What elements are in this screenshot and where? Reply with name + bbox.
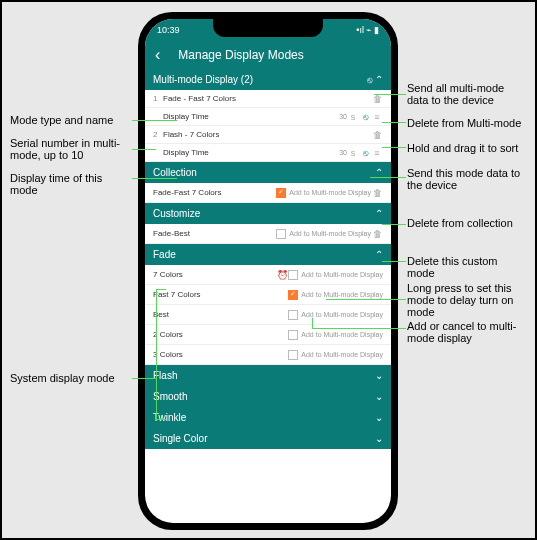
drag-icon[interactable]: ≡ [371,148,383,158]
connector-line [326,299,406,300]
mode-name: 3 Colors [153,350,288,359]
connector-line [382,147,406,148]
mode-name: 2 Colors [153,330,288,339]
checkbox[interactable] [288,270,298,280]
section-fade[interactable]: Fade ⌃ [145,244,391,265]
section-title: Fade [153,249,176,260]
mode-name: Fade-Fast 7 Colors [153,188,276,197]
screen: 10:39 •ıl ⌁ ▮ ‹ Manage Display Modes Mul… [145,19,391,523]
annotation: System display mode [10,372,130,384]
fade-item-1[interactable]: Fast 7 Colors Add to Multi-mode Display [145,285,391,305]
add-label: Add to Multi-mode Display [301,311,383,318]
collection-item[interactable]: Fade-Fast 7 Colors Add to Multi-mode Dis… [145,183,391,203]
chevron-up-icon: ⌃ [375,74,383,85]
mode-name: 7 Colors [153,270,276,279]
section-single-color[interactable]: Single Color ⌄ [145,428,391,449]
display-time-value: 30 [339,149,347,156]
multi-item-1-time[interactable]: Display Time 30 s ⎋ ≡ [145,108,391,126]
section-smooth[interactable]: Smooth ⌄ [145,386,391,407]
alarm-icon[interactable]: ⏰ [276,270,288,280]
mode-name: Best [153,310,288,319]
send-icon[interactable]: ⎋ [359,112,371,122]
annotation: Long press to set this mode to delay tur… [407,282,527,318]
stopwatch-icon: s [347,112,359,122]
annotation: Delete this custom mode [407,255,527,279]
connector-line [370,177,406,178]
add-label: Add to Multi-mode Display [301,351,383,358]
checkbox[interactable] [288,310,298,320]
mode-name: Fade-Best [153,229,276,238]
fade-item-4[interactable]: 3 Colors Add to Multi-mode Display [145,345,391,365]
section-title: Customize [153,208,200,219]
connector-line [374,94,406,95]
section-twinkle[interactable]: Twinkle ⌄ [145,407,391,428]
phone-frame: 10:39 •ıl ⌁ ▮ ‹ Manage Display Modes Mul… [138,12,398,530]
section-customize[interactable]: Customize ⌃ [145,203,391,224]
section-title: Collection [153,167,197,178]
header: ‹ Manage Display Modes [145,41,391,69]
multi-item-2-name: 2 Flash - 7 Colors 🗑 [145,126,391,144]
section-title: Multi-mode Display (2) [153,74,253,85]
chevron-down-icon: ⌄ [375,370,383,381]
section-title: Twinkle [153,412,186,423]
connector-line [382,261,406,262]
status-icons: •ıl ⌁ ▮ [356,25,379,35]
serial-number: 2 [153,130,163,139]
multi-item-1-name: 1 Fade - Fast 7 Colors 🗑 [145,90,391,108]
mode-name: Flash - 7 Colors [163,130,371,139]
mode-name: Fade - Fast 7 Colors [163,94,371,103]
connector-line [132,149,156,150]
checkbox-on[interactable] [288,290,298,300]
add-label: Add to Multi-mode Display [289,189,371,196]
send-icon[interactable]: ⎋ [359,148,371,158]
back-button[interactable]: ‹ [155,46,160,64]
page-title: Manage Display Modes [178,48,303,62]
mode-name: Fast 7 Colors [153,290,288,299]
display-time-value: 30 [339,113,347,120]
display-time-label: Display Time [163,148,339,157]
section-collection[interactable]: Collection ⌃ [145,162,391,183]
delete-icon[interactable]: 🗑 [371,130,383,140]
connector-line [132,378,156,379]
add-label: Add to Multi-mode Display [289,230,371,237]
add-label: Add to Multi-mode Display [301,331,383,338]
bluetooth-icon[interactable]: ⎋ [367,75,372,85]
annotation: Mode type and name [10,114,130,126]
checkbox[interactable] [288,350,298,360]
add-label: Add to Multi-mode Display [301,291,383,298]
display-time-label: Display Time [163,112,339,121]
connector-line [382,122,406,123]
connector-line [382,224,406,225]
connector-line [312,318,313,328]
section-title: Smooth [153,391,187,402]
fade-item-0[interactable]: 7 Colors ⏰ Add to Multi-mode Display [145,265,391,285]
delete-icon[interactable]: 🗑 [371,94,383,104]
delete-icon[interactable]: 🗑 [371,188,383,198]
chevron-down-icon: ⌄ [375,433,383,444]
chevron-up-icon: ⌃ [375,249,383,260]
connector-line [156,289,157,419]
annotation: Send this mode data to the device [407,167,527,191]
serial-number: 1 [153,94,163,103]
status-time: 10:39 [157,25,180,35]
delete-icon[interactable]: 🗑 [371,229,383,239]
annotation: Add or cancel to multi-mode display [407,320,527,344]
connector-line [156,289,166,290]
section-multimode[interactable]: Multi-mode Display (2) ⎋ ⌃ [145,69,391,90]
connector-line [132,178,177,179]
checkbox[interactable] [276,229,286,239]
add-label: Add to Multi-mode Display [301,271,383,278]
annotation: Delete from Multi-mode [407,117,527,129]
annotation: Serial number in multi-mode, up to 10 [10,137,130,161]
customize-item[interactable]: Fade-Best Add to Multi-mode Display 🗑 [145,224,391,244]
multi-item-2-time[interactable]: Display Time 30 s ⎋ ≡ [145,144,391,162]
section-title: Single Color [153,433,207,444]
drag-icon[interactable]: ≡ [371,112,383,122]
section-flash[interactable]: Flash ⌄ [145,365,391,386]
chevron-down-icon: ⌄ [375,391,383,402]
annotation: Display time of this mode [10,172,130,196]
annotation: Send all multi-mode data to the device [407,82,527,106]
fade-item-2[interactable]: Best Add to Multi-mode Display [145,305,391,325]
checkbox-on[interactable] [276,188,286,198]
checkbox[interactable] [288,330,298,340]
